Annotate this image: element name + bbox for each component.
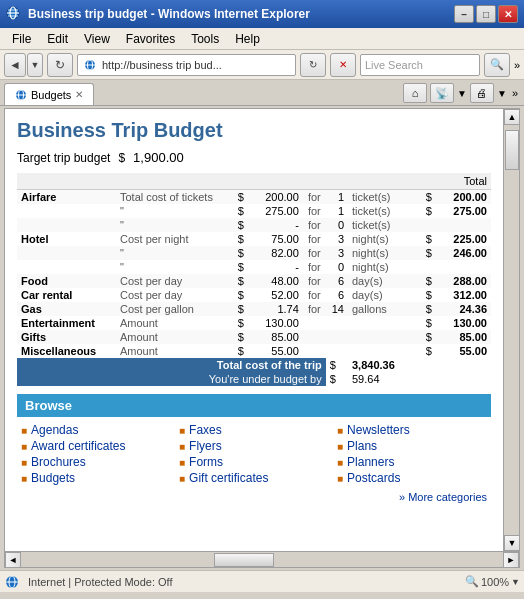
- table-row: Hotel Cost per night $ 75.00 for 3 night…: [17, 232, 491, 246]
- browser-content: Business Trip Budget Target trip budget …: [4, 108, 520, 568]
- close-button[interactable]: ✕: [498, 5, 518, 23]
- menu-favorites[interactable]: Favorites: [118, 30, 183, 48]
- table-row: Food Cost per day $ 48.00 for 6 day(s) $…: [17, 274, 491, 288]
- toolbar-expand[interactable]: »: [510, 85, 520, 101]
- browse-item[interactable]: ■Gift certificates: [179, 471, 329, 485]
- stop-button[interactable]: ✕: [330, 53, 356, 77]
- browse-grid: ■Agendas■Award certificates■Brochures■Bu…: [17, 417, 491, 491]
- print-button[interactable]: 🖨: [470, 83, 494, 103]
- more-categories-link[interactable]: » More categories: [17, 491, 491, 503]
- table-row: Entertainment Amount $ 130.00 $ 130.00: [17, 316, 491, 330]
- h-scroll-track[interactable]: [21, 552, 503, 568]
- total-header: Total: [436, 173, 491, 190]
- home-button[interactable]: ⌂: [403, 83, 427, 103]
- browse-bullet: ■: [21, 473, 27, 484]
- browse-item-label: Brochures: [31, 455, 86, 469]
- tools-expand[interactable]: »: [514, 59, 520, 71]
- scroll-down-button[interactable]: ▼: [504, 535, 519, 551]
- browse-item-label: Gift certificates: [189, 471, 268, 485]
- address-box[interactable]: http://business trip bud...: [77, 54, 296, 76]
- browse-bullet: ■: [337, 441, 343, 452]
- table-row: Miscellaneous Amount $ 55.00 $ 55.00: [17, 344, 491, 358]
- menu-help[interactable]: Help: [227, 30, 268, 48]
- browse-bullet: ■: [21, 425, 27, 436]
- tab-label: Budgets: [31, 89, 71, 101]
- page-title: Business Trip Budget: [17, 119, 491, 142]
- browse-bullet: ■: [179, 473, 185, 484]
- table-row: " $ - for 0 night(s): [17, 260, 491, 274]
- total-cost-value: 3,840.36: [348, 358, 491, 372]
- browse-item[interactable]: ■Agendas: [21, 423, 171, 437]
- scroll-right-button[interactable]: ►: [503, 552, 519, 568]
- table-row: Car rental Cost per day $ 52.00 for 6 da…: [17, 288, 491, 302]
- scroll-left-button[interactable]: ◄: [5, 552, 21, 568]
- budget-table: Total Airfare Total cost of tickets $ 20…: [17, 173, 491, 386]
- browse-item[interactable]: ■Budgets: [21, 471, 171, 485]
- table-row: " $ 82.00 for 3 night(s) $ 246.00: [17, 246, 491, 260]
- menu-bar: File Edit View Favorites Tools Help: [0, 28, 524, 50]
- minimize-button[interactable]: –: [454, 5, 474, 23]
- back-button[interactable]: ◄: [4, 53, 26, 77]
- page-content: Business Trip Budget Target trip budget …: [5, 109, 503, 551]
- table-row: Airfare Total cost of tickets $ 200.00 f…: [17, 190, 491, 205]
- browse-item[interactable]: ■Forms: [179, 455, 329, 469]
- address-bar: ◄ ▼ ↻ http://business trip bud... ↻ ✕ Li…: [0, 50, 524, 80]
- zoom-indicator[interactable]: 🔍 100% ▼: [465, 575, 520, 588]
- table-row: " $ 275.00 for 1 ticket(s) $ 275.00: [17, 204, 491, 218]
- browse-item-label: Forms: [189, 455, 223, 469]
- browse-item[interactable]: ■Newsletters: [337, 423, 487, 437]
- status-bar: Internet | Protected Mode: Off 🔍 100% ▼: [0, 570, 524, 592]
- search-button[interactable]: 🔍: [484, 53, 510, 77]
- browse-item[interactable]: ■Award certificates: [21, 439, 171, 453]
- vertical-scrollbar[interactable]: ▲ ▼: [503, 109, 519, 551]
- under-budget-row: You're under budget by $ 59.64: [17, 372, 491, 386]
- h-scroll-thumb[interactable]: [214, 553, 274, 567]
- menu-file[interactable]: File: [4, 30, 39, 48]
- active-tab[interactable]: Budgets ✕: [4, 83, 94, 105]
- status-text: Internet | Protected Mode: Off: [28, 576, 457, 588]
- zoom-icon: 🔍: [465, 575, 479, 588]
- tab-close-button[interactable]: ✕: [75, 89, 83, 100]
- status-icon: [4, 574, 20, 590]
- url-text: http://business trip bud...: [102, 59, 222, 71]
- browse-item[interactable]: ■Postcards: [337, 471, 487, 485]
- browse-header: Browse: [17, 394, 491, 417]
- browse-item[interactable]: ■Plans: [337, 439, 487, 453]
- menu-tools[interactable]: Tools: [183, 30, 227, 48]
- table-row: " $ - for 0 ticket(s): [17, 218, 491, 232]
- search-box[interactable]: Live Search: [360, 54, 480, 76]
- browse-item[interactable]: ■Planners: [337, 455, 487, 469]
- print-dropdown[interactable]: ▼: [497, 88, 507, 99]
- search-placeholder: Live Search: [365, 59, 423, 71]
- refresh-button[interactable]: ↻: [47, 53, 73, 77]
- title-bar: Business trip budget - Windows Internet …: [0, 0, 524, 28]
- maximize-button[interactable]: □: [476, 5, 496, 23]
- browse-item[interactable]: ■Flyers: [179, 439, 329, 453]
- target-label: Target trip budget: [17, 151, 110, 165]
- horizontal-scrollbar[interactable]: ◄ ►: [5, 551, 519, 567]
- browse-item[interactable]: ■Brochures: [21, 455, 171, 469]
- tab-icon: [15, 89, 27, 101]
- total-cost-label: Total cost of the trip: [17, 358, 326, 372]
- scroll-up-button[interactable]: ▲: [504, 109, 519, 125]
- zoom-value: 100%: [481, 576, 509, 588]
- scroll-track[interactable]: [504, 125, 519, 535]
- zoom-dropdown[interactable]: ▼: [511, 577, 520, 587]
- scroll-thumb[interactable]: [505, 130, 519, 170]
- feeds-button[interactable]: 📡: [430, 83, 454, 103]
- feeds-dropdown[interactable]: ▼: [457, 88, 467, 99]
- browse-item[interactable]: ■Faxes: [179, 423, 329, 437]
- browse-item-label: Newsletters: [347, 423, 410, 437]
- browse-item-label: Plans: [347, 439, 377, 453]
- forward-button[interactable]: ▼: [27, 53, 43, 77]
- refresh-stop-button[interactable]: ↻: [300, 53, 326, 77]
- browse-bullet: ■: [337, 473, 343, 484]
- browse-item-label: Budgets: [31, 471, 75, 485]
- target-row: Target trip budget $ 1,900.00: [17, 150, 491, 165]
- target-value: 1,900.00: [133, 150, 184, 165]
- ie-icon: [6, 6, 22, 22]
- window-controls: – □ ✕: [454, 5, 518, 23]
- menu-edit[interactable]: Edit: [39, 30, 76, 48]
- menu-view[interactable]: View: [76, 30, 118, 48]
- table-row: Gas Cost per gallon $ 1.74 for 14 gallon…: [17, 302, 491, 316]
